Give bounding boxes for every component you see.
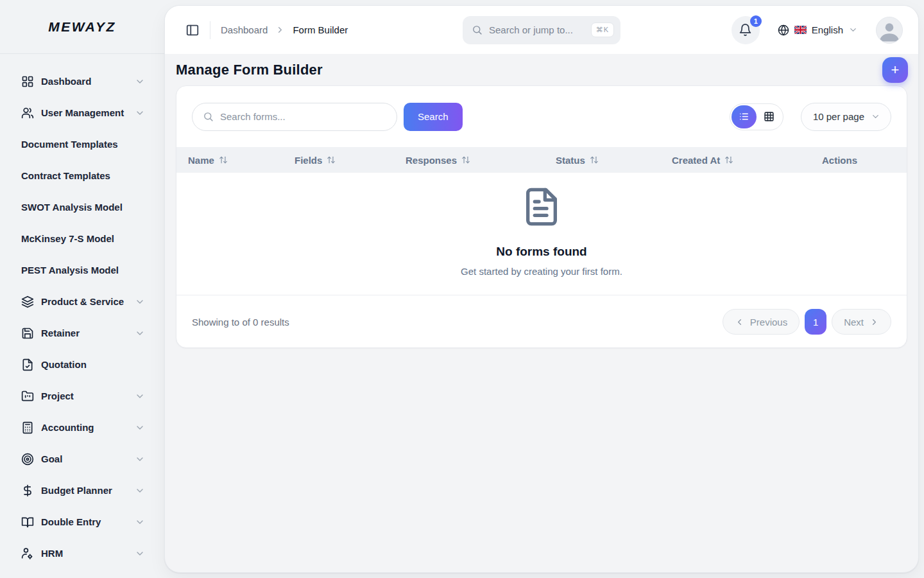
sidebar-item-label: HRM — [41, 547, 135, 560]
sidebar-item-quotation[interactable]: Quotation — [0, 349, 164, 380]
notification-count-badge: 1 — [750, 15, 762, 27]
sidebar-item-project[interactable]: Project — [0, 380, 164, 412]
sidebar-item-retainer[interactable]: Retainer — [0, 317, 164, 349]
forms-search-input[interactable] — [220, 111, 386, 122]
sidebar-item-document-templates[interactable]: Document Templates — [0, 128, 164, 160]
sidebar-toggle-button[interactable] — [183, 21, 202, 40]
brand-logo: MEWAYZ — [0, 0, 164, 53]
next-page-button[interactable]: Next — [832, 309, 891, 335]
table-header-row: Name Fields Responses Status — [176, 147, 907, 173]
breadcrumb: Dashboard Form Builder — [221, 24, 348, 35]
sort-arrows-icon — [724, 155, 733, 164]
list-view-button[interactable] — [732, 105, 757, 128]
page-title: Manage Form Builder — [176, 62, 323, 78]
column-label: Fields — [295, 155, 322, 166]
column-label: Actions — [822, 155, 857, 166]
sidebar-item-budget-planner[interactable]: Budget Planner — [0, 475, 164, 506]
keyboard-shortcut-badge: ⌘K — [591, 22, 614, 37]
empty-state-subtitle: Get started by creating your first form. — [461, 266, 622, 277]
users-icon — [21, 107, 34, 119]
sidebar-item-label: Document Templates — [21, 138, 145, 151]
chevron-right-icon — [275, 25, 285, 35]
sidebar-item-label: Product & Service — [41, 295, 135, 308]
breadcrumb-current: Form Builder — [293, 24, 348, 35]
page-1-button[interactable]: 1 — [805, 309, 826, 335]
file-text-icon — [521, 186, 562, 227]
column-label: Name — [188, 155, 214, 166]
sidebar-item-pest-analysis[interactable]: PEST Analysis Model — [0, 254, 164, 286]
per-page-select[interactable]: 10 per page — [801, 103, 891, 131]
sidebar-item-mckinsey-7s[interactable]: McKinsey 7-S Model — [0, 223, 164, 254]
sidebar-item-swot-analysis[interactable]: SWOT Analysis Model — [0, 191, 164, 223]
chevron-down-icon — [135, 423, 145, 433]
table-footer: Showing to of 0 results Previous 1 Next — [176, 295, 907, 348]
sidebar-item-double-entry[interactable]: Double Entry — [0, 506, 164, 538]
globe-icon — [778, 24, 789, 36]
column-header-actions: Actions — [822, 155, 907, 166]
sidebar-item-label: Budget Planner — [41, 484, 135, 497]
sidebar-item-contract-templates[interactable]: Contract Templates — [0, 160, 164, 191]
sidebar-item-label: Quotation — [41, 358, 145, 371]
column-header-created-at[interactable]: Created At — [672, 155, 822, 166]
folder-icon — [21, 390, 34, 403]
empty-state-title: No forms found — [496, 245, 586, 259]
next-label: Next — [844, 317, 864, 328]
grid-view-button[interactable] — [757, 105, 782, 128]
sidebar-item-label: Project — [41, 390, 135, 403]
uk-flag-icon — [794, 26, 807, 34]
view-toggle — [730, 103, 783, 130]
user-avatar[interactable] — [876, 17, 903, 44]
header-actions: 1 English — [732, 16, 903, 44]
column-header-fields[interactable]: Fields — [295, 155, 406, 166]
column-label: Status — [556, 155, 585, 166]
sidebar-item-user-management[interactable]: User Management — [0, 97, 164, 128]
notifications-button[interactable]: 1 — [732, 16, 760, 44]
chevron-down-icon — [135, 391, 145, 401]
chevron-down-icon — [135, 108, 145, 118]
forms-search-field[interactable] — [192, 103, 397, 131]
book-open-icon — [21, 516, 34, 529]
sidebar-item-label: Dashboard — [41, 75, 135, 88]
chevron-down-icon — [871, 112, 880, 121]
pagination: Previous 1 Next — [723, 309, 891, 335]
forms-panel: Search 10 per page — [176, 85, 907, 348]
previous-page-button[interactable]: Previous — [723, 309, 800, 335]
chevron-down-icon — [135, 486, 145, 496]
column-header-name[interactable]: Name — [188, 155, 295, 166]
search-button[interactable]: Search — [404, 103, 463, 131]
chevron-down-icon — [135, 517, 145, 527]
calculator-icon — [21, 421, 34, 434]
top-header-bar: Dashboard Form Builder Search or jump to… — [165, 6, 918, 54]
brand-logo-text: MEWAYZ — [48, 19, 116, 35]
sidebar-item-label: Retainer — [41, 327, 135, 340]
sort-arrows-icon — [461, 155, 470, 164]
column-label: Created At — [672, 155, 720, 166]
sidebar-item-hrm[interactable]: HRM — [0, 538, 164, 569]
column-header-responses[interactable]: Responses — [406, 155, 556, 166]
sidebar-item-label: McKinsey 7-S Model — [21, 232, 145, 245]
breadcrumb-dashboard[interactable]: Dashboard — [221, 24, 268, 35]
chevron-left-icon — [735, 317, 744, 327]
empty-state: No forms found Get started by creating y… — [176, 173, 907, 295]
list-icon — [739, 111, 749, 122]
sidebar-item-label: Goal — [41, 453, 135, 466]
language-label: English — [812, 24, 843, 35]
sidebar-item-goal[interactable]: Goal — [0, 443, 164, 475]
grid-icon — [764, 111, 774, 122]
per-page-value: 10 per page — [813, 111, 864, 122]
sidebar-item-accounting[interactable]: Accounting — [0, 412, 164, 443]
chevron-right-icon — [869, 317, 879, 327]
sidebar-item-label: SWOT Analysis Model — [21, 201, 145, 214]
chevron-down-icon — [135, 548, 145, 559]
sidebar-item-dashboard[interactable]: Dashboard — [0, 66, 164, 97]
panel-left-icon — [185, 23, 200, 37]
sidebar-nav: Dashboard User Management Document Templ… — [0, 54, 164, 569]
sidebar-item-product-service[interactable]: Product & Service — [0, 286, 164, 317]
main-content: Dashboard Form Builder Search or jump to… — [164, 5, 919, 573]
global-search-input[interactable]: Search or jump to... ⌘K — [463, 16, 620, 44]
column-header-status[interactable]: Status — [556, 155, 672, 166]
column-label: Responses — [406, 155, 457, 166]
language-selector[interactable]: English — [778, 24, 858, 36]
add-form-button[interactable]: + — [882, 57, 908, 83]
sidebar-item-label: Contract Templates — [21, 170, 145, 182]
